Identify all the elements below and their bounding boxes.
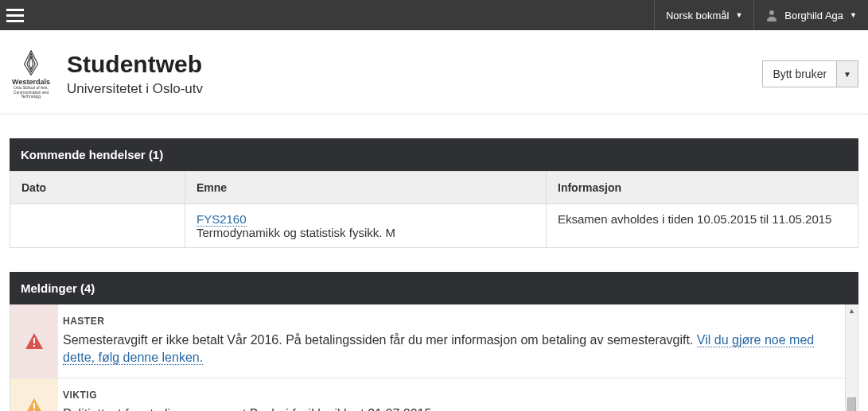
page-title: Studentweb [67,51,203,78]
message-body: HASTER Semesteravgift er ikke betalt Vår… [58,304,858,378]
messages-body: HASTER Semesteravgift er ikke betalt Vår… [10,304,858,412]
events-panel-header: Kommende hendelser (1) [10,138,858,171]
content: Kommende hendelser (1) Dato Emne Informa… [0,138,868,412]
course-link[interactable]: FYS2160 [197,212,247,227]
messages-panel: Meldinger (4) HASTER Semesteravgift er i… [10,272,858,412]
message-body: VIKTIG Politiattest for studieprogrammet… [58,378,858,411]
events-table: Dato Emne Informasjon FYS2160 Termodynam… [10,171,858,248]
logo: Westerdals Oslo School of Arts, Communic… [10,49,53,99]
logo-icon [18,49,45,76]
logo-subtitle: Oslo School of Arts, Communication and T… [10,86,53,99]
svg-rect-3 [33,403,35,409]
warning-icon [25,397,44,411]
message-text: Semesteravgift er ikke betalt Vår 2016. … [63,332,845,367]
cell-info: Eksamen avholdes i tiden 10.05.2015 til … [547,204,858,247]
user-menu[interactable]: Borghild Aga ▼ [753,0,868,30]
page-subtitle: Universitetet i Oslo-utv [67,81,203,97]
warning-icon [25,332,44,350]
message-label: VIKTIG [63,390,845,401]
messages-panel-header: Meldinger (4) [10,272,858,304]
message-icon-cell [10,378,58,411]
switch-user-label: Bytt bruker [763,61,836,87]
events-panel: Kommende hendelser (1) Dato Emne Informa… [10,138,858,248]
message-item-important: VIKTIG Politiattest for studieprogrammet… [10,378,858,411]
message-label: HASTER [63,316,845,327]
switch-user-button[interactable]: Bytt bruker ▼ [762,60,858,87]
cell-date [10,204,185,247]
topbar: Norsk bokmål ▼ Borghild Aga ▼ [0,0,868,30]
caret-down-icon: ▼ [836,61,858,87]
message-text: Politiattest for studieprogrammet Bach. … [63,405,845,411]
svg-rect-2 [33,345,35,347]
scrollbar-thumb[interactable] [847,397,856,411]
column-header-subject: Emne [185,171,547,204]
topbar-right: Norsk bokmål ▼ Borghild Aga ▼ [654,0,868,30]
scroll-up-icon[interactable]: ▲ [846,304,858,317]
column-header-info: Informasjon [547,171,858,204]
title-block: Studentweb Universitetet i Oslo-utv [67,51,203,97]
user-name: Borghild Aga [784,10,843,21]
svg-rect-1 [33,338,35,343]
user-icon [765,9,778,21]
language-selector[interactable]: Norsk bokmål ▼ [654,0,753,30]
message-icon-cell [10,304,58,378]
header: Westerdals Oslo School of Arts, Communic… [0,30,868,114]
cell-subject: FYS2160 Termodynamikk og statistisk fysi… [185,204,547,247]
menu-button[interactable] [0,0,30,30]
divider [0,114,868,114]
caret-down-icon: ▼ [850,11,857,19]
column-header-date: Dato [10,171,185,204]
table-row: FYS2160 Termodynamikk og statistisk fysi… [10,204,858,247]
scrollbar[interactable]: ▲ [845,304,858,412]
course-name: Termodynamikk og statistisk fysikk. M [197,226,395,239]
svg-point-0 [769,10,774,15]
caret-down-icon: ▼ [735,11,742,19]
language-label: Norsk bokmål [666,10,729,21]
header-left: Westerdals Oslo School of Arts, Communic… [10,49,203,99]
message-item-urgent: HASTER Semesteravgift er ikke betalt Vår… [10,304,858,379]
